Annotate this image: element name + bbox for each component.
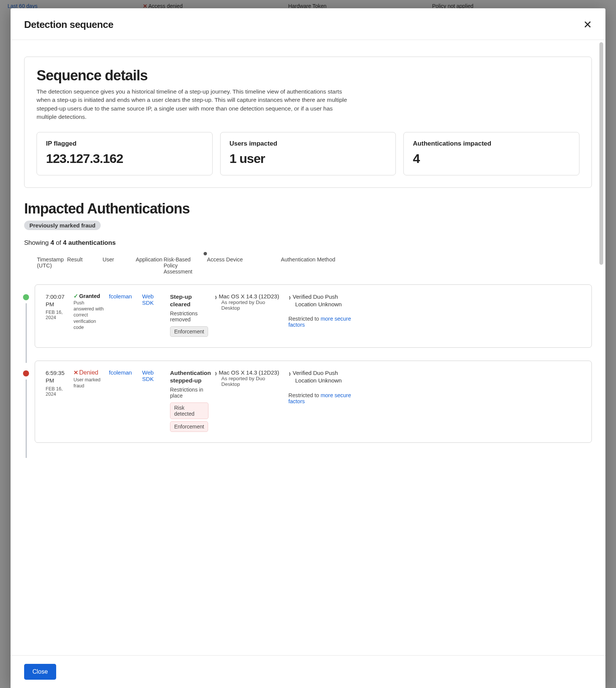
th-method: Authentication Method — [279, 256, 358, 281]
auth-method-line2: Location Unknown — [295, 377, 356, 384]
user-link[interactable]: fcoleman — [109, 293, 132, 299]
timestamp-time: 6:59:35 PM — [46, 369, 69, 385]
modal-header: Detection sequence ✕ — [11, 8, 605, 40]
timeline-bullet — [23, 370, 29, 376]
th-user: User — [100, 256, 133, 281]
restrict-text: Restricted to more secure factors — [288, 316, 356, 328]
auth-method-line2: Location Unknown — [295, 301, 356, 308]
auth-timeline: 7:00:07 PM FEB 16, 2024✓Granted Push ans… — [24, 284, 592, 443]
th-application: Application — [133, 256, 161, 281]
x-icon: ✕ — [74, 370, 78, 376]
auth-method-line1: Verified Duo Push — [293, 293, 338, 300]
timeline-line — [26, 379, 27, 458]
restrict-text: Restricted to more secure factors — [288, 392, 356, 404]
close-button[interactable]: Close — [24, 664, 56, 680]
th-result: Result — [65, 256, 100, 281]
device-sub: As reported by Duo Desktop — [221, 376, 284, 387]
chevron-right-icon[interactable]: › — [289, 295, 291, 300]
stat-ip-value: 123.127.3.162 — [46, 151, 203, 166]
modal-body: Sequence details The detection sequence … — [11, 40, 605, 655]
showing-count: Showing 4 of 4 authentications — [24, 239, 592, 247]
stat-ip-label: IP flagged — [46, 140, 203, 147]
application-link[interactable]: Web SDK — [142, 293, 154, 306]
auth-table-header: Timestamp (UTC) Result User Application … — [24, 256, 592, 281]
stat-auth-impacted: Authentications impacted 4 — [403, 132, 579, 175]
fraud-badge: Previously marked fraud — [24, 221, 101, 230]
user-link[interactable]: fcoleman — [109, 369, 132, 376]
risk-title: Authentication stepped-up — [170, 369, 210, 384]
timestamp-date: FEB 16, 2024 — [46, 386, 69, 397]
result-text: Denied — [79, 369, 98, 376]
sequence-details-description: The detection sequence gives you a histo… — [37, 88, 349, 121]
application-link[interactable]: Web SDK — [142, 369, 154, 382]
stat-auth-label: Authentications impacted — [413, 140, 570, 147]
modal-title: Detection sequence — [24, 19, 113, 31]
chevron-right-icon[interactable]: › — [215, 295, 217, 299]
more-secure-link[interactable]: more secure factors — [288, 316, 351, 328]
risk-sub: Restrictions removed — [170, 310, 210, 322]
stat-users-label: Users impacted — [230, 140, 387, 147]
timeline-bullet — [23, 294, 29, 300]
stat-ip-flagged: IP flagged 123.127.3.162 — [37, 132, 213, 175]
risk-tag: Enforcement — [170, 421, 208, 432]
result-sub: User marked fraud — [74, 377, 104, 389]
risk-sub: Restrictions in place — [170, 387, 210, 399]
modal-footer: Close — [11, 655, 605, 688]
sequence-details-card: Sequence details The detection sequence … — [24, 57, 592, 188]
timeline-line — [26, 303, 27, 363]
result-text: Granted — [79, 293, 100, 299]
device-os: Mac OS X 14.3 (12D23) — [219, 293, 279, 299]
stats-row: IP flagged 123.127.3.162 Users impacted … — [37, 132, 579, 175]
th-timestamp: Timestamp (UTC) — [35, 256, 65, 281]
risk-tag: Risk detected — [170, 402, 208, 419]
device-sub: As reported by Duo Desktop — [221, 299, 284, 311]
timestamp-time: 7:00:07 PM — [46, 293, 69, 309]
timestamp-date: FEB 16, 2024 — [46, 310, 69, 320]
th-device: Access Device — [205, 256, 279, 281]
chevron-right-icon[interactable]: › — [215, 371, 217, 376]
impacted-heading: Impacted Authentications — [24, 201, 592, 217]
chevron-right-icon[interactable]: › — [289, 371, 291, 376]
result-sub: Push answered with correct verification … — [74, 300, 104, 330]
stat-users-value: 1 user — [230, 151, 387, 166]
th-risk: Risk-Based Policy Assessment — [161, 256, 205, 281]
more-secure-link[interactable]: more secure factors — [288, 392, 351, 404]
device-os: Mac OS X 14.3 (12D23) — [219, 369, 279, 376]
close-icon[interactable]: ✕ — [583, 20, 592, 30]
auth-method-line1: Verified Duo Push — [293, 370, 338, 376]
info-icon[interactable] — [204, 252, 207, 255]
stat-auth-value: 4 — [413, 151, 570, 166]
stat-users-impacted: Users impacted 1 user — [220, 132, 396, 175]
risk-title: Step-up cleared — [170, 293, 210, 308]
risk-tag: Enforcement — [170, 326, 208, 337]
auth-row: 7:00:07 PM FEB 16, 2024✓Granted Push ans… — [24, 284, 592, 348]
auth-row: 6:59:35 PM FEB 16, 2024✕Denied User mark… — [24, 361, 592, 443]
sequence-details-heading: Sequence details — [37, 68, 579, 84]
auth-card[interactable]: 7:00:07 PM FEB 16, 2024✓Granted Push ans… — [35, 284, 592, 348]
check-icon: ✓ — [74, 293, 78, 299]
auth-card[interactable]: 6:59:35 PM FEB 16, 2024✕Denied User mark… — [35, 361, 592, 443]
detection-sequence-modal: Detection sequence ✕ Sequence details Th… — [11, 8, 605, 688]
